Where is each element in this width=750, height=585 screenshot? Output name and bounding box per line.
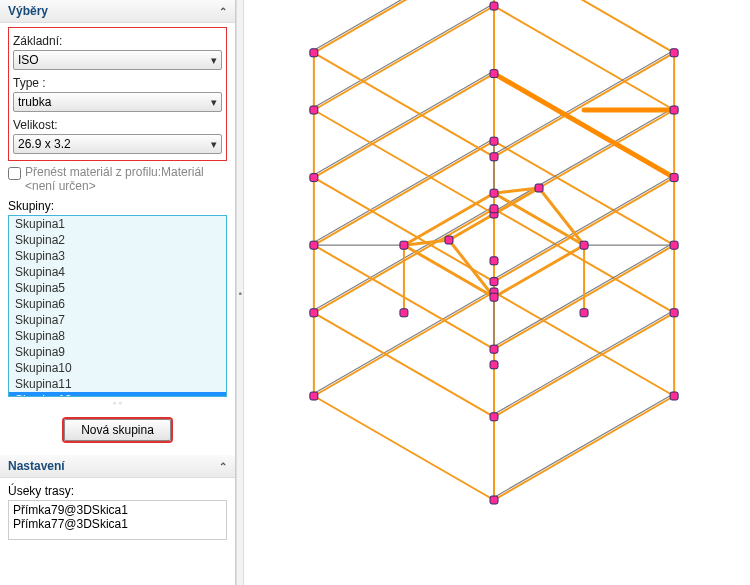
svg-rect-69 <box>310 106 318 114</box>
svg-line-13 <box>314 313 494 417</box>
svg-rect-90 <box>580 309 588 317</box>
svg-line-43 <box>404 245 494 297</box>
svg-rect-67 <box>310 241 318 249</box>
svg-rect-75 <box>670 106 678 114</box>
section-header-settings[interactable]: Nastavení ⌃ <box>0 455 235 478</box>
svg-rect-92 <box>400 309 408 317</box>
svg-line-27 <box>314 71 494 175</box>
groups-listbox[interactable]: Skupina1Skupina2Skupina3Skupina4Skupina5… <box>8 215 227 397</box>
new-group-button[interactable]: Nová skupina <box>64 419 171 441</box>
transfer-material-label: Přenést materiál z profilu:Materiál <nen… <box>25 165 227 193</box>
route-segments-label: Úseky trasy: <box>8 484 227 498</box>
svg-rect-66 <box>310 309 318 317</box>
svg-rect-79 <box>490 137 498 145</box>
svg-rect-87 <box>445 236 453 244</box>
selection-body: Základní: ISO Type : trubka Velikost: 26… <box>0 23 235 455</box>
svg-line-30 <box>314 6 494 110</box>
list-item[interactable]: Skupina10 <box>9 360 226 376</box>
svg-line-41 <box>494 193 584 245</box>
svg-rect-61 <box>490 345 498 353</box>
list-item[interactable]: Skupina9 <box>9 344 226 360</box>
svg-rect-59 <box>490 496 498 504</box>
transfer-material-checkbox[interactable] <box>8 167 21 180</box>
list-item[interactable]: Skupina6 <box>9 296 226 312</box>
list-item[interactable]: Skupina5 <box>9 280 226 296</box>
svg-rect-88 <box>535 184 543 192</box>
svg-line-14 <box>494 310 674 414</box>
svg-rect-68 <box>310 174 318 182</box>
svg-line-29 <box>494 6 674 110</box>
list-item[interactable]: Skupina2 <box>9 232 226 248</box>
svg-line-10 <box>494 313 674 417</box>
svg-rect-70 <box>310 49 318 57</box>
svg-line-36 <box>314 0 494 53</box>
svg-line-47 <box>539 188 584 245</box>
transfer-material-row[interactable]: Přenést materiál z profilu:Materiál <nen… <box>8 165 227 193</box>
svg-line-35 <box>494 0 674 53</box>
section-title-settings: Nastavení <box>8 459 65 473</box>
svg-rect-81 <box>490 2 498 10</box>
svg-rect-85 <box>490 189 498 197</box>
svg-line-33 <box>314 3 494 107</box>
svg-rect-76 <box>670 49 678 57</box>
list-item[interactable]: Skupina8 <box>9 328 226 344</box>
structural-model <box>244 0 750 585</box>
groups-resize-handle[interactable]: ◦ ◦ <box>8 397 227 409</box>
basic-select[interactable]: ISO <box>13 50 222 70</box>
svg-rect-62 <box>490 278 498 286</box>
list-item[interactable]: Skupina4 <box>9 264 226 280</box>
size-label: Velikost: <box>13 118 222 132</box>
svg-rect-65 <box>310 392 318 400</box>
section-header-selection[interactable]: Výběry ⌃ <box>0 0 235 23</box>
svg-line-45 <box>449 240 494 297</box>
type-label: Type : <box>13 76 222 90</box>
svg-line-21 <box>314 139 494 243</box>
svg-line-37 <box>314 53 494 157</box>
svg-line-34 <box>494 53 674 157</box>
basic-label: Základní: <box>13 34 222 48</box>
list-item[interactable]: Přímka79@3DSkica1 <box>13 503 222 517</box>
property-panel: Výběry ⌃ Základní: ISO Type : trubka Vel… <box>0 0 236 585</box>
svg-rect-78 <box>490 205 498 213</box>
svg-line-4 <box>494 396 674 500</box>
svg-rect-86 <box>400 241 408 249</box>
list-item[interactable]: Skupina3 <box>9 248 226 264</box>
svg-rect-83 <box>490 293 498 301</box>
section-title-selection: Výběry <box>8 4 48 18</box>
svg-rect-60 <box>490 413 498 421</box>
svg-rect-64 <box>490 153 498 161</box>
route-segments-listbox[interactable]: Přímka79@3DSkica1Přímka77@3DSkica1 <box>8 500 227 540</box>
list-item[interactable]: Skupina7 <box>9 312 226 328</box>
settings-body: Úseky trasy: Přímka79@3DSkica1Přímka77@3… <box>0 478 235 548</box>
svg-rect-84 <box>580 241 588 249</box>
list-item[interactable]: Skupina1 <box>9 216 226 232</box>
size-select[interactable]: 26.9 x 3.2 <box>13 134 222 154</box>
chevron-up-icon: ⌃ <box>219 6 227 17</box>
svg-line-8 <box>494 393 674 497</box>
viewport-3d[interactable] <box>244 0 750 585</box>
svg-rect-91 <box>490 257 498 265</box>
svg-rect-74 <box>670 174 678 182</box>
list-item[interactable]: Přímka77@3DSkica1 <box>13 517 222 531</box>
svg-rect-72 <box>670 309 678 317</box>
type-select[interactable]: trubka <box>13 92 222 112</box>
svg-rect-89 <box>490 361 498 369</box>
list-item[interactable]: Skupina11 <box>9 376 226 392</box>
svg-line-39 <box>314 0 494 50</box>
groups-label: Skupiny: <box>8 199 227 213</box>
svg-rect-73 <box>670 241 678 249</box>
svg-rect-80 <box>490 70 498 78</box>
profile-params-highlight: Základní: ISO Type : trubka Velikost: 26… <box>8 27 227 161</box>
svg-rect-71 <box>670 392 678 400</box>
panel-splitter[interactable]: •• <box>236 0 244 585</box>
svg-line-7 <box>314 396 494 500</box>
chevron-up-icon-2: ⌃ <box>219 461 227 472</box>
svg-line-38 <box>494 50 674 154</box>
